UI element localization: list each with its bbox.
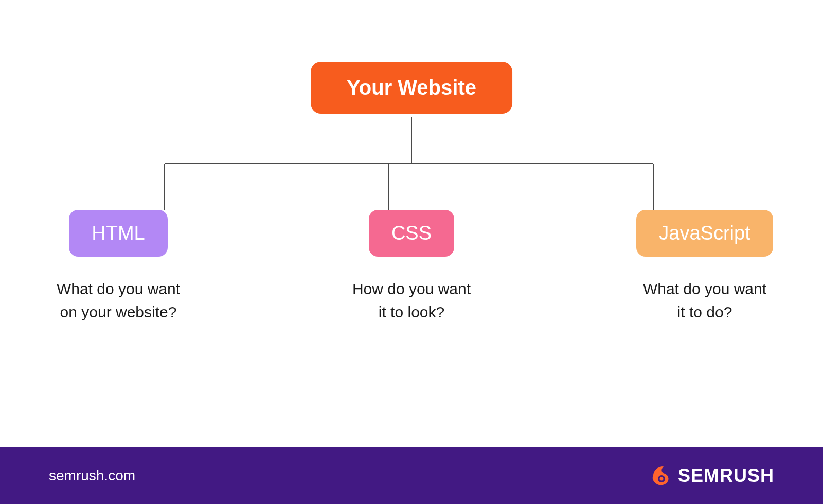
caption-line: on your website? — [60, 303, 177, 320]
footer-logo: SEMRUSH — [648, 463, 774, 488]
caption-line: it to look? — [379, 303, 444, 320]
child-node-label: CSS — [391, 222, 432, 244]
child-node-label: JavaScript — [659, 222, 750, 244]
child-column-js: JavaScript What do you want it to do? — [622, 210, 787, 323]
child-column-css: CSS How do you want it to look? — [329, 210, 494, 323]
semrush-fire-icon — [648, 463, 673, 488]
caption-line: What do you want — [57, 280, 180, 297]
child-caption-css: How do you want it to look? — [352, 277, 471, 323]
child-caption-js: What do you want it to do? — [643, 277, 766, 323]
caption-line: What do you want — [643, 280, 766, 297]
svg-point-6 — [659, 477, 663, 481]
child-column-html: HTML What do you want on your website? — [36, 210, 201, 323]
children-row: HTML What do you want on your website? C… — [0, 210, 823, 323]
footer-bar: semrush.com SEMRUSH — [0, 447, 823, 504]
footer-brand-text: SEMRUSH — [678, 465, 774, 487]
root-node-label: Your Website — [347, 76, 476, 99]
caption-line: it to do? — [677, 303, 732, 320]
child-node-html: HTML — [69, 210, 167, 257]
connector-lines — [0, 117, 823, 220]
child-node-css: CSS — [369, 210, 454, 257]
root-node-your-website: Your Website — [311, 62, 512, 114]
diagram-container: Your Website HTML What do you want on yo… — [0, 0, 823, 447]
child-node-javascript: JavaScript — [636, 210, 773, 257]
caption-line: How do you want — [352, 280, 471, 297]
child-node-label: HTML — [92, 222, 145, 244]
child-caption-html: What do you want on your website? — [57, 277, 180, 323]
footer-url: semrush.com — [49, 467, 135, 484]
